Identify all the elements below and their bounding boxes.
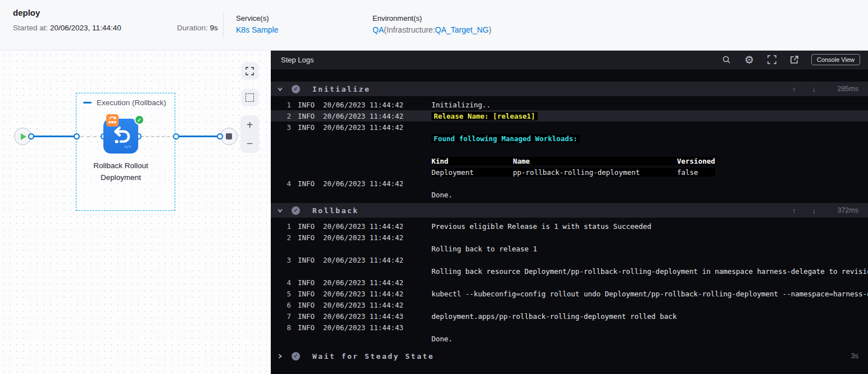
step-success-icon: ✓ <box>292 352 300 361</box>
settings-gear-icon[interactable]: ⚙ <box>744 53 754 66</box>
log-sections: ✓Initialize↑↓285ms1INFO20/06/2023 11:44:… <box>271 69 868 363</box>
log-line: Rolling back resource Deployment/pp-roll… <box>271 265 868 277</box>
environments-block: Environment(s) QA(Infrastructure:QA_Targ… <box>372 14 492 34</box>
marquee-icon <box>246 93 254 102</box>
log-line: Deploymentpp-rollback-rolling-deployment… <box>271 166 868 178</box>
stop-icon <box>226 133 232 139</box>
canvas-select-button[interactable] <box>241 89 258 106</box>
open-in-new-icon[interactable] <box>790 55 799 64</box>
log-line: Found following Managed Workloads: <box>271 133 868 144</box>
log-line: Done. <box>271 333 868 344</box>
log-line: KindNameVersioned <box>271 155 868 166</box>
log-line: 8INFO20/06/2023 11:44:43 <box>271 322 868 333</box>
log-section-initialize: ✓Initialize↑↓285ms1INFO20/06/2023 11:44:… <box>271 82 868 203</box>
log-section-wait-for-steady-state: ✓Wait for Steady State3s <box>271 349 868 363</box>
scroll-down-icon[interactable]: ↓ <box>812 85 816 93</box>
console-title: Step Logs <box>281 56 314 64</box>
step-node-label: Rollback Rollout Deployment <box>65 160 177 183</box>
section-title: Wait for Steady State <box>312 352 434 361</box>
log-line: 2INFO20/06/2023 11:44:42 <box>271 232 868 243</box>
console-header: Step Logs ⚙ Console View <box>271 51 868 69</box>
canvas-fullscreen-button[interactable] <box>241 62 258 80</box>
services-label: Service(s) <box>236 14 278 22</box>
chevron-down-icon[interactable] <box>275 86 284 92</box>
rollback-arrow-icon: </> <box>108 123 134 149</box>
header-divider <box>223 12 224 37</box>
section-duration: 285ms <box>830 85 858 93</box>
service-link[interactable]: K8s Sample <box>236 25 278 34</box>
duration-value: 9s <box>210 24 218 32</box>
log-line: 1INFO20/06/2023 11:44:42Previous eligibl… <box>271 220 868 232</box>
duration: Duration: 9s <box>177 24 218 32</box>
environments-label: Environment(s) <box>372 14 492 22</box>
section-duration: 372ms <box>830 206 858 214</box>
section-duration: 3s <box>830 352 858 360</box>
rollout-badge-icon <box>106 114 119 127</box>
workload-table-cell: Name <box>513 157 677 165</box>
collapse-icon[interactable] <box>83 102 92 103</box>
started-label: Started at: <box>13 24 50 32</box>
search-icon[interactable] <box>722 55 731 64</box>
play-icon <box>21 133 26 140</box>
edge-connector <box>28 133 34 139</box>
started-at: Started at: 20/06/2023, 11:44:40 <box>13 24 121 32</box>
fullscreen-icon <box>246 67 254 75</box>
log-line: 4INFO20/06/2023 11:44:42 <box>271 178 868 189</box>
log-line: Rolling back to release 1 <box>271 243 868 254</box>
edge-connector <box>217 133 223 139</box>
scroll-down-icon[interactable]: ↓ <box>812 206 816 215</box>
started-value: 20/06/2023, 11:44:40 <box>50 24 121 32</box>
workload-table-cell: Versioned <box>677 157 715 165</box>
step-logs-panel: Step Logs ⚙ Console View ✓Initialize↑↓28… <box>271 51 868 374</box>
environment-link[interactable]: QA <box>372 25 384 34</box>
services-block: Service(s) K8s Sample <box>236 14 278 34</box>
canvas-zoom-controls: + − <box>240 115 259 153</box>
log-section-header-initialize[interactable]: ✓Initialize↑↓285ms <box>271 82 868 96</box>
section-scroll-actions: ↑↓ <box>792 206 816 215</box>
pipeline-graph-canvas[interactable]: Execution (Rollback) </> ✓ Rollback Roll… <box>0 51 271 374</box>
scroll-up-icon[interactable]: ↑ <box>792 85 796 93</box>
duration-label: Duration: <box>177 24 210 32</box>
expand-fullscreen-icon[interactable] <box>767 55 776 64</box>
section-scroll-actions: ↑↓ <box>792 85 816 93</box>
log-line: 3INFO20/06/2023 11:44:42 <box>271 121 868 133</box>
log-line: 2INFO20/06/2023 11:44:42Release Name: [r… <box>271 110 868 121</box>
step-success-icon: ✓ <box>292 85 300 93</box>
zoom-in-button[interactable]: + <box>247 119 253 130</box>
workload-table-cell: Deployment <box>431 168 513 177</box>
execution-group-title: Execution (Rollback) <box>97 98 166 107</box>
success-badge-icon: ✓ <box>134 115 144 125</box>
chevron-down-icon[interactable] <box>275 208 284 214</box>
infrastructure-label: (Infrastructure: <box>384 25 435 34</box>
workload-table-cell: false <box>677 168 715 177</box>
log-line: 7INFO20/06/2023 11:44:43deployment.apps/… <box>271 310 868 322</box>
env-close-paren: ) <box>489 25 492 34</box>
log-line <box>271 144 868 155</box>
infrastructure-link[interactable]: QA_Target_NG <box>435 25 489 34</box>
log-line: 1INFO20/06/2023 11:44:42Initializing.. <box>271 99 868 110</box>
console-view-button[interactable]: Console View <box>811 54 860 65</box>
pipeline-title: deploy <box>13 8 40 17</box>
execution-group-label[interactable]: Execution (Rollback) <box>83 98 166 107</box>
log-line: 5INFO20/06/2023 11:44:42kubectl --kubeco… <box>271 288 868 299</box>
section-log-lines: 1INFO20/06/2023 11:44:42Previous eligibl… <box>271 218 868 347</box>
workload-table-cell: Kind <box>431 157 513 165</box>
zoom-out-button[interactable]: − <box>247 138 253 149</box>
section-title: Initialize <box>312 85 370 93</box>
log-line: Done. <box>271 189 868 200</box>
log-line: 6INFO20/06/2023 11:44:42 <box>271 299 868 310</box>
chevron-right-icon[interactable] <box>275 353 284 359</box>
section-title: Rollback <box>312 206 359 215</box>
log-line: 4INFO20/06/2023 11:44:42 <box>271 277 868 288</box>
scroll-up-icon[interactable]: ↑ <box>792 206 796 215</box>
edge-start-to-group <box>29 136 78 137</box>
execution-header: deploy Started at: 20/06/2023, 11:44:40 … <box>0 0 868 51</box>
edge-connector <box>173 133 179 139</box>
section-log-lines: 1INFO20/06/2023 11:44:42Initializing..2I… <box>271 96 868 203</box>
log-line: 3INFO20/06/2023 11:44:42 <box>271 254 868 265</box>
log-section-header-rollback[interactable]: ✓Rollback↑↓372ms <box>271 203 868 218</box>
svg-text:</>: </> <box>125 145 131 149</box>
log-section-header-wait-for-steady-state[interactable]: ✓Wait for Steady State3s <box>271 349 868 363</box>
step-success-icon: ✓ <box>292 206 300 215</box>
log-section-rollback: ✓Rollback↑↓372ms1INFO20/06/2023 11:44:42… <box>271 203 868 347</box>
